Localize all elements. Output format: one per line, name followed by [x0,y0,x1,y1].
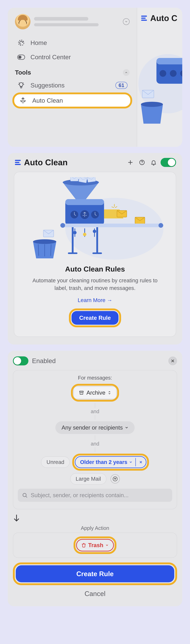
filter-unread[interactable]: Unread [41,456,70,468]
more-filters-button[interactable] [111,474,120,484]
arrow-down-icon [13,514,177,523]
tools-collapse-icon[interactable] [123,69,130,76]
add-button[interactable] [126,158,135,167]
svg-point-16 [159,70,166,77]
profile-row[interactable] [8,14,137,36]
rules-heading: Auto Clean Rules [19,265,171,273]
sidebar: Home Control Center Tools Suggestions 61 [8,8,137,108]
location-label: Archive [86,390,106,396]
older-highlight: Older than 2 years [72,454,149,471]
sender-selector[interactable]: Any sender or recipients [55,421,135,434]
search-placeholder: Subject, sender, or recipients contain..… [31,492,129,498]
svg-point-19 [141,102,163,107]
suggestions-count-badge: 61 [115,82,128,89]
svg-point-56 [83,233,86,236]
nav-auto-clean[interactable]: Auto Clean [12,92,132,108]
nav-suggestions-label: Suggestions [31,82,64,89]
illustration-cropped [136,35,182,125]
svg-point-2 [18,56,21,59]
profile-name-block [34,17,119,26]
chevron-updown-icon [108,391,111,395]
auto-clean-rules-card: Auto Clean Rules Automate your cleaning … [14,172,176,337]
connector-2: and [18,436,172,452]
svg-rect-11 [141,18,146,19]
page-title: Auto Clean [24,158,123,167]
nav-home[interactable]: Home [8,36,137,50]
auto-clean-header: Auto Clean [8,153,182,172]
archive-highlight: Archive [71,384,119,402]
nav-control-center-label: Control Center [31,54,71,61]
create-rule-submit[interactable]: Create Rule [16,565,174,582]
svg-rect-12 [141,20,147,21]
enabled-label: Enabled [32,357,165,365]
filter-large-mail[interactable]: Large Mail [70,473,106,484]
location-selector[interactable]: Archive [74,386,117,399]
auto-clean-toggle[interactable] [161,158,176,167]
filter-chips-row-1: Unread Older than 2 years [18,454,172,471]
svg-rect-30 [70,177,78,181]
svg-rect-34 [65,199,104,205]
svg-point-47 [60,223,65,228]
tools-heading: Tools [15,69,31,76]
learn-more-link[interactable]: Learn More → [78,297,112,303]
nav-control-center[interactable]: Control Center [8,50,137,64]
svg-rect-66 [79,391,83,392]
svg-line-6 [23,83,23,83]
sender-label: Any sender or recipients [62,424,123,431]
action-selector[interactable]: Trash [76,539,114,552]
trash-highlight: Trash [74,536,116,554]
home-icon [17,39,25,46]
filter-chips-row-2: Large Mail [18,473,172,484]
rule-enabled-toggle[interactable] [13,356,28,366]
close-button[interactable] [168,356,177,365]
older-label: Older than 2 years [80,459,127,465]
create-rule-button[interactable]: Create Rule [71,311,119,325]
svg-point-48 [158,223,163,228]
svg-point-27 [142,164,142,164]
svg-point-60 [33,239,56,244]
sidebar-screenshot: Home Control Center Tools Suggestions 61 [8,8,182,147]
redacted-name [34,17,88,20]
svg-point-0 [19,40,24,46]
apply-action-label: Apply Action [13,525,177,531]
help-button[interactable] [137,158,147,167]
lightbulb-icon [17,82,25,89]
action-card: Trash [13,532,177,558]
rule-editor-header: Enabled [13,356,177,366]
notifications-button[interactable] [149,158,158,167]
toggle-icon [17,54,25,60]
and-label: and [91,408,100,414]
svg-rect-50 [96,227,98,253]
brand-icon [140,14,148,22]
and-label-2: and [91,441,100,447]
conditions-card: For messages: Archive and Any sender or … [13,370,177,509]
cancel-button[interactable]: Cancel [13,589,177,598]
for-messages-label: For messages: [18,375,172,381]
profile-expand-icon[interactable] [123,18,130,25]
brand-icon [14,158,22,166]
connector: and [18,403,172,420]
nav-home-label: Home [31,39,47,46]
svg-rect-22 [15,162,20,163]
svg-rect-10 [141,16,147,17]
svg-point-54 [74,231,76,234]
auto-clean-icon [19,97,27,104]
svg-line-5 [19,83,20,83]
tools-heading-row[interactable]: Tools [8,64,137,78]
remove-older-filter[interactable] [136,460,146,464]
svg-rect-49 [72,227,74,253]
svg-rect-52 [92,252,102,254]
svg-rect-23 [15,164,21,165]
filter-older-than[interactable]: Older than 2 years [75,456,146,468]
svg-line-75 [26,496,27,497]
nav-suggestions[interactable]: Suggestions 61 [8,78,137,92]
rule-editor: Enabled For messages: Archive and Any se… [8,351,182,606]
rules-subtext: Automate your cleaning routines by creat… [32,277,158,292]
action-label: Trash [88,542,103,548]
svg-rect-46 [60,224,163,227]
avatar[interactable] [15,14,31,29]
main-title-text: Auto C [150,14,177,23]
svg-rect-21 [15,160,21,161]
main-pane-cropped: Auto C [137,8,182,147]
search-filter-input[interactable]: Subject, sender, or recipients contain..… [18,489,172,502]
